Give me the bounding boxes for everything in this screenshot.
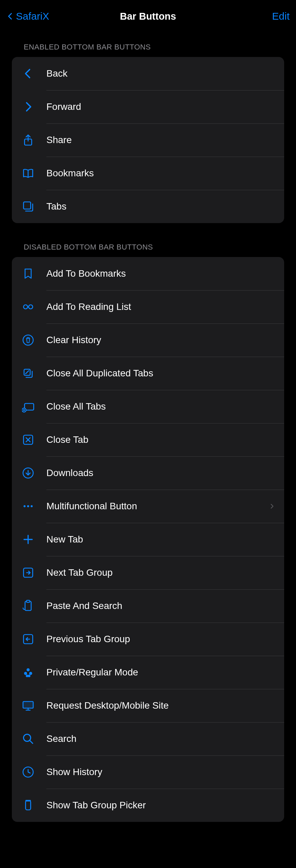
list-item-label: Tabs — [46, 201, 275, 212]
list-item[interactable]: Search — [12, 722, 284, 755]
book-icon — [21, 166, 35, 180]
page-title: Bar Buttons — [120, 11, 176, 22]
tabs-icon — [21, 200, 35, 213]
list-item-label: Add To Bookmarks — [46, 268, 275, 279]
list-item-label: Add To Reading List — [46, 301, 275, 312]
list-item-label: Close All Duplicated Tabs — [46, 368, 275, 379]
bookmark-icon — [21, 267, 35, 280]
search-icon — [21, 732, 35, 746]
list-item[interactable]: Private/Regular Mode — [12, 656, 284, 689]
list-item-label: Search — [46, 733, 275, 744]
list-item[interactable]: New Tab — [12, 523, 284, 556]
download-circle-icon — [21, 466, 35, 480]
close-tab-icon — [21, 433, 35, 447]
list-item[interactable]: Bookmarks — [12, 157, 284, 190]
clock-icon — [21, 765, 35, 779]
list-item[interactable]: Show History — [12, 755, 284, 789]
list-item-label: Back — [46, 68, 275, 79]
back-button[interactable]: SafariX — [6, 11, 49, 22]
back-chevron-icon — [6, 11, 14, 22]
prev-group-icon — [21, 632, 35, 646]
chevron-right-icon — [21, 100, 35, 114]
list-item[interactable]: Next Tab Group — [12, 556, 284, 589]
list-item-label: Forward — [46, 101, 275, 112]
nav-header: SafariX Bar Buttons Edit — [0, 0, 296, 33]
disabled-section-header: DISABLED BOTTOM BAR BUTTONS — [0, 223, 296, 257]
tab-group-picker-icon — [21, 798, 35, 812]
chevron-left-icon — [21, 67, 35, 80]
desktop-icon — [21, 699, 35, 712]
list-item-label: Next Tab Group — [46, 567, 275, 578]
trash-circle-icon — [21, 333, 35, 347]
enabled-section: BackForwardShareBookmarksTabs — [12, 57, 284, 223]
next-group-icon — [21, 566, 35, 579]
list-item[interactable]: Paste And Search — [12, 589, 284, 623]
enabled-section-header: ENABLED BOTTOM BAR BUTTONS — [0, 33, 296, 57]
list-item-label: New Tab — [46, 534, 275, 545]
list-item-label: Multifunctional Button — [46, 501, 269, 512]
list-item[interactable]: Tabs — [12, 190, 284, 223]
disclosure-icon — [269, 502, 275, 511]
list-item-label: Paste And Search — [46, 600, 275, 611]
list-item-label: Close All Tabs — [46, 401, 275, 412]
list-item-label: Close Tab — [46, 434, 275, 445]
list-item[interactable]: Clear History — [12, 323, 284, 357]
list-item-label: Show History — [46, 767, 275, 777]
list-item[interactable]: Forward — [12, 90, 284, 123]
list-item[interactable]: Multifunctional Button — [12, 490, 284, 523]
private-mode-icon — [21, 666, 35, 679]
list-item-label: Clear History — [46, 335, 275, 346]
list-item[interactable]: Request Desktop/Mobile Site — [12, 689, 284, 722]
list-item-label: Bookmarks — [46, 168, 275, 179]
list-item[interactable]: Show Tab Group Picker — [12, 789, 284, 822]
list-item-label: Private/Regular Mode — [46, 667, 275, 678]
list-item-label: Show Tab Group Picker — [46, 800, 275, 811]
list-item[interactable]: Downloads — [12, 456, 284, 490]
close-dup-tabs-icon — [21, 367, 35, 380]
list-item[interactable]: Close All Duplicated Tabs — [12, 357, 284, 390]
list-item[interactable]: Close Tab — [12, 423, 284, 456]
list-item-label: Downloads — [46, 468, 275, 478]
back-label: SafariX — [16, 11, 49, 22]
list-item[interactable]: Add To Reading List — [12, 290, 284, 323]
close-all-tabs-icon — [21, 400, 35, 413]
share-icon — [21, 133, 35, 147]
disabled-section: Add To BookmarksAdd To Reading ListClear… — [12, 257, 284, 822]
list-item-label: Request Desktop/Mobile Site — [46, 700, 275, 711]
list-item[interactable]: Close All Tabs — [12, 390, 284, 423]
list-item-label: Previous Tab Group — [46, 634, 275, 645]
list-item[interactable]: Back — [12, 57, 284, 90]
list-item[interactable]: Share — [12, 123, 284, 157]
list-item-label: Share — [46, 135, 275, 145]
edit-button[interactable]: Edit — [272, 11, 290, 22]
list-item[interactable]: Previous Tab Group — [12, 623, 284, 656]
glasses-icon — [21, 300, 35, 314]
ellipsis-icon — [21, 499, 35, 513]
plus-icon — [21, 533, 35, 546]
list-item[interactable]: Add To Bookmarks — [12, 257, 284, 290]
paste-search-icon — [21, 599, 35, 613]
